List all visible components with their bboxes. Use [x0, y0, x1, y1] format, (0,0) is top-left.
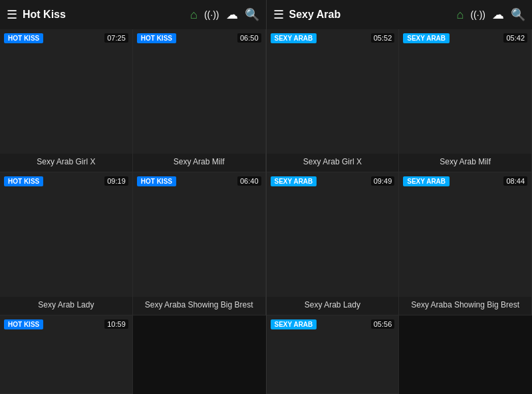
sexyarab-cloud-icon[interactable]: ☁: [492, 7, 504, 22]
channel-badge: HOT KISS: [137, 33, 176, 43]
video-duration: 05:42: [503, 33, 527, 43]
content-area: HOT KISS07:25Sexy Arab Girl XHOT KISS06:…: [0, 29, 532, 394]
sexyarab-title: Sexy Arab: [289, 9, 452, 21]
video-card-3[interactable]: SEXY ARAB08:44Sexy Araba Showing Big Bre…: [399, 172, 532, 315]
video-title: Sexy Arab Milf: [133, 154, 265, 172]
video-duration: 06:50: [237, 33, 261, 43]
video-thumb-0: SEXY ARAB05:52: [267, 29, 399, 154]
video-duration: 07:25: [104, 33, 128, 43]
channel-badge: SEXY ARAB: [403, 176, 450, 186]
video-thumb-3: SEXY ARAB08:44: [399, 172, 531, 297]
video-title: Sexy Araba Showing Big Brest: [133, 297, 265, 315]
sexyarab-search-icon[interactable]: 🔍: [511, 7, 525, 22]
video-card-3[interactable]: HOT KISS06:40Sexy Araba Showing Big Bres…: [133, 172, 266, 315]
video-thumb-2: SEXY ARAB09:49: [267, 172, 399, 297]
video-thumb-4: SEXY ARAB05:56: [267, 315, 399, 393]
video-thumb-2: HOT KISS09:19: [0, 172, 132, 297]
hotkiss-title: Hot Kiss: [23, 9, 185, 21]
video-title: Sexy Araba Showing Big Brest: [399, 297, 531, 315]
video-thumb-4: HOT KISS10:59: [0, 315, 132, 393]
hotkiss-signal-icon[interactable]: ((·)): [204, 9, 219, 20]
channel-badge: SEXY ARAB: [403, 33, 450, 43]
hotkiss-home-icon[interactable]: ⌂: [190, 8, 198, 22]
channel-badge: HOT KISS: [4, 319, 43, 329]
channel-badge: HOT KISS: [4, 176, 43, 186]
hotkiss-menu-icon[interactable]: ☰: [7, 7, 17, 22]
video-title: Sexy Arab Girl X: [0, 154, 132, 172]
sexyarab-header: ☰ Sexy Arab ⌂ ((·)) ☁ 🔍: [266, 0, 533, 29]
video-duration: 09:19: [104, 176, 128, 186]
channel-badge: SEXY ARAB: [271, 176, 317, 186]
video-card-0[interactable]: SEXY ARAB05:52Sexy Arab Girl X: [267, 29, 400, 172]
hotkiss-search-icon[interactable]: 🔍: [245, 7, 259, 22]
hotkiss-cloud-icon[interactable]: ☁: [226, 7, 238, 22]
video-card-1[interactable]: SEXY ARAB05:42Sexy Arab Milf: [399, 29, 532, 172]
video-title: Sexy Arab Lady: [0, 297, 132, 315]
hotkiss-header: ☰ Hot Kiss ⌂ ((·)) ☁ 🔍: [0, 0, 266, 29]
sexyarab-menu-icon[interactable]: ☰: [273, 7, 284, 22]
video-duration: 05:56: [371, 319, 395, 329]
video-title: Sexy Arab Milf: [399, 154, 531, 172]
video-duration: 09:49: [371, 176, 395, 186]
sexyarab-signal-icon[interactable]: ((·)): [470, 9, 485, 20]
video-thumb-3: HOT KISS06:40: [133, 172, 265, 297]
sexyarab-nav-icons: ⌂ ((·)) ☁ 🔍: [457, 7, 525, 22]
channel-badge: SEXY ARAB: [271, 319, 317, 329]
video-thumb-0: HOT KISS07:25: [0, 29, 132, 154]
video-card-4[interactable]: HOT KISS10:59: [0, 315, 133, 394]
channel-badge: HOT KISS: [137, 176, 176, 186]
channel-badge: SEXY ARAB: [271, 33, 317, 43]
video-duration: 08:44: [503, 176, 527, 186]
video-duration: 06:40: [237, 176, 261, 186]
channel-badge: HOT KISS: [4, 33, 43, 43]
video-card-4[interactable]: SEXY ARAB05:56: [267, 315, 400, 394]
hotkiss-panel: HOT KISS07:25Sexy Arab Girl XHOT KISS06:…: [0, 29, 266, 394]
hotkiss-nav-icons: ⌂ ((·)) ☁ 🔍: [190, 7, 259, 22]
header-bar: ☰ Hot Kiss ⌂ ((·)) ☁ 🔍 ☰ Sexy Arab ⌂ ((·…: [0, 0, 532, 29]
video-card-2[interactable]: HOT KISS09:19Sexy Arab Lady: [0, 172, 133, 315]
video-duration: 10:59: [104, 319, 128, 329]
video-thumb-1: SEXY ARAB05:42: [399, 29, 531, 154]
video-duration: 05:52: [371, 33, 395, 43]
video-title: Sexy Arab Girl X: [267, 154, 399, 172]
sexyarab-home-icon[interactable]: ⌂: [457, 8, 464, 22]
video-card-2[interactable]: SEXY ARAB09:49Sexy Arab Lady: [267, 172, 400, 315]
video-card-1[interactable]: HOT KISS06:50Sexy Arab Milf: [133, 29, 266, 172]
video-card-0[interactable]: HOT KISS07:25Sexy Arab Girl X: [0, 29, 133, 172]
sexyarab-panel: SEXY ARAB05:52Sexy Arab Girl XSEXY ARAB0…: [266, 29, 533, 394]
video-title: Sexy Arab Lady: [267, 297, 399, 315]
video-thumb-1: HOT KISS06:50: [133, 29, 265, 154]
